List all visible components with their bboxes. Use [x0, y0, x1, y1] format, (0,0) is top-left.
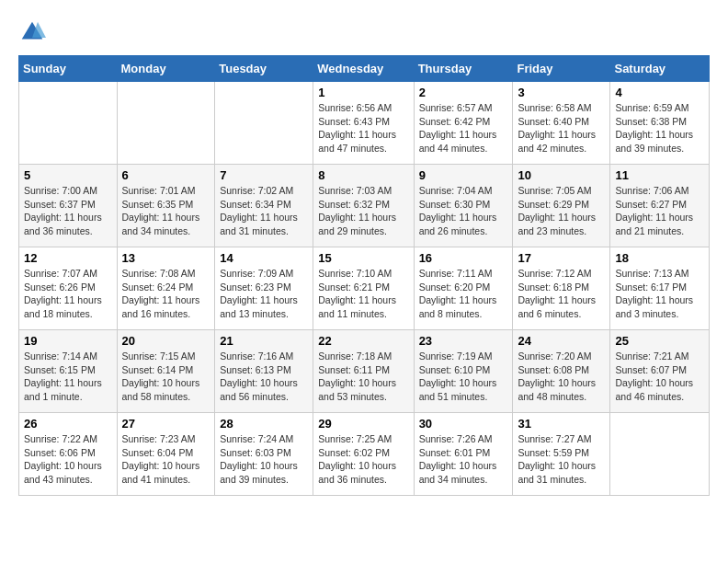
day-number: 16 — [419, 251, 508, 265]
day-info: Sunrise: 7:03 AM Sunset: 6:32 PM Dayligh… — [318, 184, 408, 238]
day-info: Sunrise: 7:16 AM Sunset: 6:13 PM Dayligh… — [220, 350, 308, 404]
day-info: Sunrise: 7:19 AM Sunset: 6:10 PM Dayligh… — [419, 350, 508, 404]
day-number: 2 — [419, 86, 508, 99]
calendar-cell: 13Sunrise: 7:08 AM Sunset: 6:24 PM Dayli… — [117, 247, 215, 330]
day-header-tuesday: Tuesday — [215, 56, 313, 82]
day-info: Sunrise: 7:00 AM Sunset: 6:37 PM Dayligh… — [24, 184, 112, 238]
day-info: Sunrise: 7:24 AM Sunset: 6:03 PM Dayligh… — [220, 432, 308, 487]
calendar-cell: 16Sunrise: 7:11 AM Sunset: 6:20 PM Dayli… — [414, 247, 513, 330]
day-info: Sunrise: 7:21 AM Sunset: 6:07 PM Dayligh… — [615, 350, 704, 404]
calendar-cell: 22Sunrise: 7:18 AM Sunset: 6:11 PM Dayli… — [313, 330, 414, 413]
day-info: Sunrise: 7:05 AM Sunset: 6:29 PM Dayligh… — [518, 184, 605, 238]
day-info: Sunrise: 7:14 AM Sunset: 6:15 PM Dayligh… — [24, 350, 112, 404]
calendar-cell: 28Sunrise: 7:24 AM Sunset: 6:03 PM Dayli… — [215, 413, 313, 496]
calendar-cell — [19, 82, 118, 165]
calendar-cell: 9Sunrise: 7:04 AM Sunset: 6:30 PM Daylig… — [414, 165, 513, 247]
day-info: Sunrise: 7:15 AM Sunset: 6:14 PM Dayligh… — [122, 350, 210, 404]
calendar-cell: 30Sunrise: 7:26 AM Sunset: 6:01 PM Dayli… — [414, 413, 513, 496]
calendar-week-4: 19Sunrise: 7:14 AM Sunset: 6:15 PM Dayli… — [19, 330, 710, 413]
calendar-cell: 3Sunrise: 6:58 AM Sunset: 6:40 PM Daylig… — [513, 82, 610, 165]
calendar-cell: 15Sunrise: 7:10 AM Sunset: 6:21 PM Dayli… — [313, 247, 414, 330]
day-number: 28 — [220, 417, 308, 431]
calendar-week-5: 26Sunrise: 7:22 AM Sunset: 6:06 PM Dayli… — [19, 413, 710, 496]
calendar-week-1: 1Sunrise: 6:56 AM Sunset: 6:43 PM Daylig… — [19, 82, 710, 165]
day-info: Sunrise: 7:04 AM Sunset: 6:30 PM Dayligh… — [419, 184, 508, 238]
day-info: Sunrise: 7:12 AM Sunset: 6:18 PM Dayligh… — [518, 267, 605, 321]
logo — [18, 18, 50, 46]
calendar-cell: 8Sunrise: 7:03 AM Sunset: 6:32 PM Daylig… — [313, 165, 414, 247]
day-info: Sunrise: 7:26 AM Sunset: 6:01 PM Dayligh… — [419, 432, 508, 487]
day-number: 17 — [518, 251, 605, 265]
day-number: 27 — [122, 417, 210, 431]
calendar-cell: 29Sunrise: 7:25 AM Sunset: 6:02 PM Dayli… — [313, 413, 414, 496]
calendar-cell: 31Sunrise: 7:27 AM Sunset: 5:59 PM Dayli… — [513, 413, 610, 496]
calendar-cell — [215, 82, 313, 165]
day-number: 4 — [615, 86, 704, 99]
day-info: Sunrise: 7:08 AM Sunset: 6:24 PM Dayligh… — [122, 267, 210, 321]
day-info: Sunrise: 7:27 AM Sunset: 5:59 PM Dayligh… — [518, 432, 605, 487]
day-number: 8 — [318, 168, 408, 182]
day-number: 10 — [518, 168, 605, 182]
calendar-week-2: 5Sunrise: 7:00 AM Sunset: 6:37 PM Daylig… — [19, 165, 710, 247]
day-info: Sunrise: 7:22 AM Sunset: 6:06 PM Dayligh… — [24, 432, 112, 487]
day-number: 31 — [518, 417, 605, 431]
day-info: Sunrise: 7:01 AM Sunset: 6:35 PM Dayligh… — [122, 184, 210, 238]
calendar-cell: 11Sunrise: 7:06 AM Sunset: 6:27 PM Dayli… — [610, 165, 710, 247]
calendar-cell: 14Sunrise: 7:09 AM Sunset: 6:23 PM Dayli… — [215, 247, 313, 330]
day-number: 30 — [419, 417, 508, 431]
calendar-cell: 18Sunrise: 7:13 AM Sunset: 6:17 PM Dayli… — [610, 247, 710, 330]
day-number: 12 — [24, 251, 112, 265]
day-number: 26 — [24, 417, 112, 431]
day-number: 21 — [220, 334, 308, 348]
calendar-week-3: 12Sunrise: 7:07 AM Sunset: 6:26 PM Dayli… — [19, 247, 710, 330]
day-number: 11 — [615, 168, 704, 182]
day-number: 18 — [615, 251, 704, 265]
day-info: Sunrise: 7:07 AM Sunset: 6:26 PM Dayligh… — [24, 267, 112, 321]
calendar-cell: 7Sunrise: 7:02 AM Sunset: 6:34 PM Daylig… — [215, 165, 313, 247]
calendar-cell: 25Sunrise: 7:21 AM Sunset: 6:07 PM Dayli… — [610, 330, 710, 413]
day-info: Sunrise: 7:13 AM Sunset: 6:17 PM Dayligh… — [615, 267, 704, 321]
day-number: 6 — [122, 168, 210, 182]
day-info: Sunrise: 7:06 AM Sunset: 6:27 PM Dayligh… — [615, 184, 704, 238]
day-number: 19 — [24, 334, 112, 348]
day-number: 20 — [122, 334, 210, 348]
page-header — [18, 18, 710, 46]
day-header-sunday: Sunday — [19, 56, 118, 82]
day-number: 7 — [220, 168, 308, 182]
day-info: Sunrise: 6:56 AM Sunset: 6:43 PM Dayligh… — [318, 101, 408, 155]
calendar-cell: 24Sunrise: 7:20 AM Sunset: 6:08 PM Dayli… — [513, 330, 610, 413]
day-header-monday: Monday — [117, 56, 215, 82]
day-number: 29 — [318, 417, 408, 431]
day-info: Sunrise: 7:02 AM Sunset: 6:34 PM Dayligh… — [220, 184, 308, 238]
calendar-cell: 27Sunrise: 7:23 AM Sunset: 6:04 PM Dayli… — [117, 413, 215, 496]
day-header-friday: Friday — [513, 56, 610, 82]
day-number: 3 — [518, 86, 605, 99]
calendar-cell: 12Sunrise: 7:07 AM Sunset: 6:26 PM Dayli… — [19, 247, 118, 330]
calendar-cell: 6Sunrise: 7:01 AM Sunset: 6:35 PM Daylig… — [117, 165, 215, 247]
day-info: Sunrise: 7:11 AM Sunset: 6:20 PM Dayligh… — [419, 267, 508, 321]
day-info: Sunrise: 7:23 AM Sunset: 6:04 PM Dayligh… — [122, 432, 210, 487]
day-header-wednesday: Wednesday — [313, 56, 414, 82]
calendar-cell: 21Sunrise: 7:16 AM Sunset: 6:13 PM Dayli… — [215, 330, 313, 413]
calendar-cell: 10Sunrise: 7:05 AM Sunset: 6:29 PM Dayli… — [513, 165, 610, 247]
day-number: 13 — [122, 251, 210, 265]
day-number: 22 — [318, 334, 408, 348]
day-info: Sunrise: 6:59 AM Sunset: 6:38 PM Dayligh… — [615, 101, 704, 155]
day-info: Sunrise: 7:18 AM Sunset: 6:11 PM Dayligh… — [318, 350, 408, 404]
day-info: Sunrise: 6:57 AM Sunset: 6:42 PM Dayligh… — [419, 101, 508, 155]
calendar-cell: 1Sunrise: 6:56 AM Sunset: 6:43 PM Daylig… — [313, 82, 414, 165]
logo-icon — [18, 18, 46, 46]
day-number: 25 — [615, 334, 704, 348]
day-header-saturday: Saturday — [610, 56, 710, 82]
calendar-cell: 4Sunrise: 6:59 AM Sunset: 6:38 PM Daylig… — [610, 82, 710, 165]
calendar-table: SundayMondayTuesdayWednesdayThursdayFrid… — [18, 55, 710, 496]
calendar-cell: 23Sunrise: 7:19 AM Sunset: 6:10 PM Dayli… — [414, 330, 513, 413]
calendar-cell: 20Sunrise: 7:15 AM Sunset: 6:14 PM Dayli… — [117, 330, 215, 413]
day-info: Sunrise: 6:58 AM Sunset: 6:40 PM Dayligh… — [518, 101, 605, 155]
day-number: 9 — [419, 168, 508, 182]
day-info: Sunrise: 7:25 AM Sunset: 6:02 PM Dayligh… — [318, 432, 408, 487]
calendar-cell — [117, 82, 215, 165]
day-number: 1 — [318, 86, 408, 99]
calendar-cell: 2Sunrise: 6:57 AM Sunset: 6:42 PM Daylig… — [414, 82, 513, 165]
calendar-cell: 19Sunrise: 7:14 AM Sunset: 6:15 PM Dayli… — [19, 330, 118, 413]
